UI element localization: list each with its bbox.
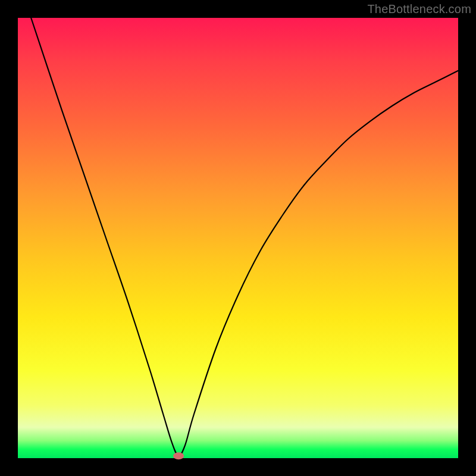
bottleneck-curve	[31, 18, 458, 456]
curve-svg	[18, 18, 458, 458]
watermark-text: TheBottleneck.com	[367, 2, 471, 16]
optimal-point-marker	[173, 452, 184, 459]
chart-frame: TheBottleneck.com	[0, 0, 476, 476]
plot-area	[18, 18, 458, 458]
